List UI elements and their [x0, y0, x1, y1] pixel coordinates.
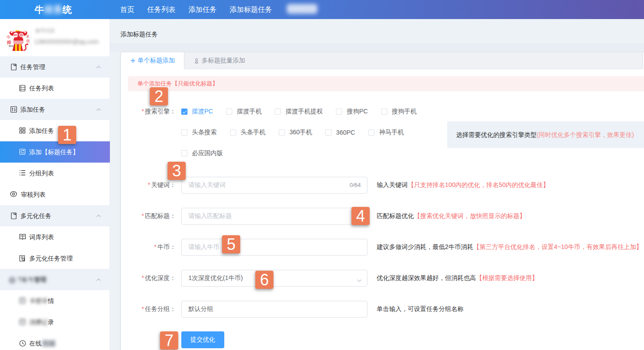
svg-text:排: 排 [7, 40, 12, 45]
svg-text:SEO: SEO [14, 34, 18, 36]
svg-text:系: 系 [26, 35, 30, 39]
svg-text:SEO: SEO [9, 45, 14, 47]
svg-text:牛: 牛 [7, 35, 11, 39]
svg-text:统: 统 [26, 39, 31, 43]
